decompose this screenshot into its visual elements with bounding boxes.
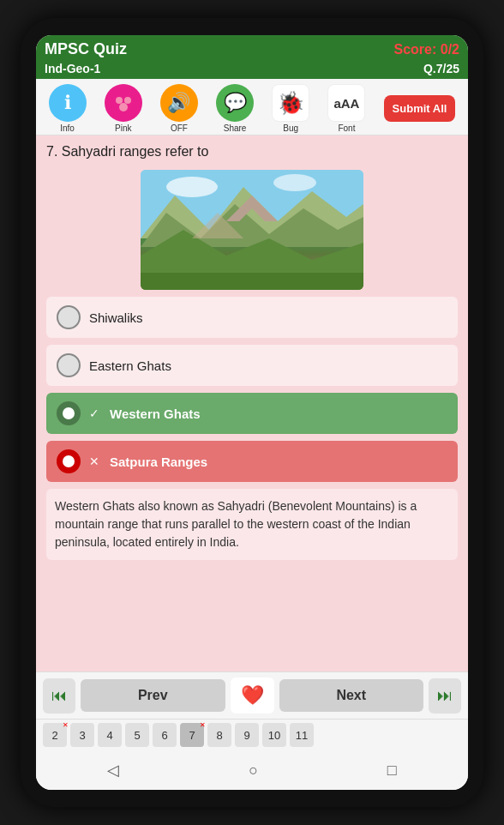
system-nav: ◁ ○ □ [36,750,468,790]
share-label: Share [224,123,247,133]
toolbar: ℹ Info Pink 🔊 OFF 💬 [36,79,468,135]
svg-point-5 [166,177,218,197]
option-b-text: Eastern Ghats [89,358,171,373]
option-a-text: Shiwaliks [89,310,143,325]
font-icon[interactable]: aAA [327,84,365,122]
score-display: Score: 0/2 [394,42,459,57]
option-a[interactable]: Shiwaliks [46,297,458,338]
home-button[interactable]: ○ [235,758,272,783]
radio-c [57,401,81,425]
bug-icon[interactable]: 🐞 [272,84,309,122]
audio-label: OFF [171,123,188,133]
last-button[interactable]: ⏭ [429,678,461,714]
option-b[interactable]: Eastern Ghats [46,345,458,386]
dot-item-10[interactable]: 10 [262,723,286,747]
back-button[interactable]: ◁ [93,757,133,783]
dot-item-8[interactable]: 8 [207,723,231,747]
tool-submit-all[interactable]: Submit All [384,95,456,122]
app-title: MPSC Quiz [45,40,127,58]
tool-share[interactable]: 💬 Share [216,84,254,133]
svg-point-3 [119,103,128,111]
svg-point-2 [124,97,131,104]
x-mark-d: ✕ [89,455,99,468]
info-label: Info [60,123,75,133]
explanation-text: Western Ghats also known as Sahyadri (Be… [46,489,458,560]
bug-label: Bug [283,123,298,133]
pink-icon[interactable] [105,84,142,122]
question-image [141,170,363,290]
header-top: MPSC Quiz Score: 0/2 [36,35,468,60]
quiz-content: 7. Sahyadri ranges refer to [36,135,468,671]
pink-label: Pink [115,123,131,133]
question-text: 7. Sahyadri ranges refer to [46,144,458,160]
dot-item-2[interactable]: 2 [43,723,67,747]
quiz-id: Ind-Geo-1 [45,62,100,75]
radio-b [57,353,81,377]
dot-item-3[interactable]: 3 [70,723,94,747]
check-mark-c: ✓ [89,406,99,420]
dot-item-7[interactable]: 7 [180,723,204,747]
radio-d [57,449,81,473]
dot-item-6[interactable]: 6 [153,723,177,747]
next-button[interactable]: Next [279,679,424,712]
option-d-text: Satpura Ranges [110,455,207,469]
dot-item-9[interactable]: 9 [235,723,259,747]
info-icon[interactable]: ℹ [49,84,87,122]
recent-button[interactable]: □ [374,758,411,783]
audio-icon[interactable]: 🔊 [160,84,198,122]
font-label: Font [338,123,355,133]
dot-item-5[interactable]: 5 [125,723,149,747]
question-number: Q.7/25 [423,62,459,75]
dots-row: 234567891011 [36,719,468,750]
option-c[interactable]: ✓ Western Ghats [46,393,458,434]
heart-button[interactable]: ❤️ [231,677,274,714]
tool-audio[interactable]: 🔊 OFF [160,84,198,133]
submit-all-button[interactable]: Submit All [384,95,456,122]
first-button[interactable]: ⏮ [43,678,75,714]
dot-item-11[interactable]: 11 [290,723,314,747]
svg-point-6 [273,174,316,191]
tool-pink[interactable]: Pink [105,84,142,133]
radio-a [57,305,81,329]
svg-point-1 [116,97,123,104]
bottom-nav: ⏮ Prev ❤️ Next ⏭ [36,671,468,719]
header-sub: Ind-Geo-1 Q.7/25 [36,60,468,79]
option-d[interactable]: ✕ Satpura Ranges [46,441,458,482]
svg-rect-10 [141,273,363,290]
share-icon[interactable]: 💬 [216,84,254,122]
option-c-text: Western Ghats [110,406,201,421]
tool-bug[interactable]: 🐞 Bug [272,84,309,133]
dot-item-4[interactable]: 4 [98,723,122,747]
tool-info[interactable]: ℹ Info [49,84,87,133]
prev-button[interactable]: Prev [81,679,225,712]
tool-font[interactable]: aAA Font [327,84,365,133]
